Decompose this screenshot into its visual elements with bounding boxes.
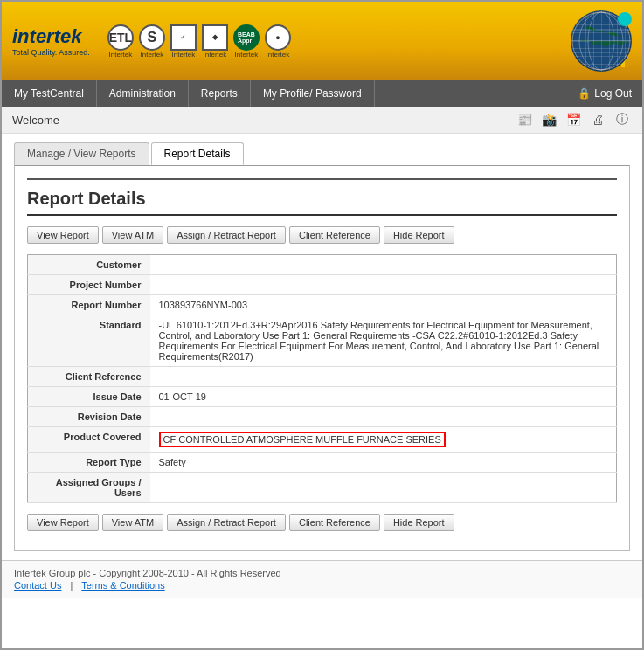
issue-date-label: Issue Date — [28, 387, 150, 407]
cert-logos: ETL Intertek S Intertek ✓ Intertek ◆ Int… — [107, 24, 291, 59]
logo-sub: Total Quality. Assured. — [12, 48, 90, 57]
footer-links: Contact Us | Terms & Conditions — [14, 580, 630, 591]
assign-retract-top-button[interactable]: Assign / Retract Report — [167, 226, 286, 244]
table-row: Revision Date — [28, 407, 617, 427]
report-type-value: Safety — [150, 453, 617, 473]
cert-label-1: Intertek — [141, 51, 164, 59]
bottom-button-row: View Report View ATM Assign / Retract Re… — [27, 514, 617, 531]
tab-bar: Manage / View Reports Report Details — [14, 142, 630, 165]
assigned-groups-value — [150, 473, 617, 503]
table-row: Customer — [28, 255, 617, 275]
welcome-bar: Welcome 📰 📸 📅 🖨 ⓘ — [2, 107, 642, 134]
assign-retract-bottom-button[interactable]: Assign / Retract Report — [167, 514, 286, 531]
product-highlight: CF CONTROLLED ATMOSPHERE MUFFLE FURNACE … — [159, 432, 446, 447]
print-icon[interactable]: 🖨 — [588, 110, 607, 129]
view-report-bottom-button[interactable]: View Report — [27, 514, 99, 531]
nav-item-my-testcentral[interactable]: My TestCentral — [2, 80, 97, 107]
content-area: Report Details View Report View ATM Assi… — [14, 165, 630, 551]
lock-icon: 🔒 — [578, 87, 591, 100]
svg-point-2 — [579, 12, 623, 70]
rss-icon[interactable]: 📰 — [515, 110, 534, 129]
project-number-label: Project Number — [28, 275, 150, 295]
table-row: Product Covered CF CONTROLLED ATMOSPHERE… — [28, 427, 617, 453]
table-row: Client Reference — [28, 367, 617, 387]
customer-value — [150, 255, 617, 275]
cert-label-3: Intertek — [204, 51, 227, 59]
hide-report-bottom-button[interactable]: Hide Report — [384, 514, 454, 531]
details-table: Customer Project Number Report Number 10… — [27, 254, 617, 503]
nav-bar: My TestCentral Administration Reports My… — [2, 80, 642, 107]
cert-label-4: Intertek — [235, 51, 259, 59]
table-row: Standard -UL 61010-1:2012Ed.3+R:29Apr201… — [28, 315, 617, 367]
cert-label-2: Intertek — [172, 51, 196, 59]
footer-terms-link[interactable]: Terms & Conditions — [81, 580, 164, 591]
report-number-label: Report Number — [28, 295, 150, 315]
view-atm-top-button[interactable]: View ATM — [102, 226, 164, 244]
welcome-text: Welcome — [12, 114, 59, 127]
main-content: Manage / View Reports Report Details Rep… — [2, 134, 642, 560]
client-reference-value — [150, 367, 617, 387]
logo-text: intertek — [12, 25, 90, 48]
logout-button[interactable]: 🔒 Log Out — [567, 80, 642, 107]
view-report-top-button[interactable]: View Report — [27, 226, 99, 244]
revision-date-value — [150, 407, 617, 427]
table-row: Project Number — [28, 275, 617, 295]
project-number-value — [150, 275, 617, 295]
cert-label-5: Intertek — [267, 51, 290, 59]
top-button-row: View Report View ATM Assign / Retract Re… — [27, 226, 617, 244]
footer-contact-link[interactable]: Contact Us — [14, 580, 61, 591]
product-covered-value: CF CONTROLLED ATMOSPHERE MUFFLE FURNACE … — [150, 427, 617, 453]
table-row: Report Number 103893766NYM-003 — [28, 295, 617, 315]
assigned-groups-label: Assigned Groups / Users — [28, 473, 150, 503]
tab-report-details[interactable]: Report Details — [151, 142, 244, 165]
nav-item-reports[interactable]: Reports — [189, 80, 251, 107]
client-ref-top-button[interactable]: Client Reference — [289, 226, 380, 244]
table-row: Assigned Groups / Users — [28, 473, 617, 503]
monitor-icon[interactable]: 📅 — [564, 110, 583, 129]
standard-label: Standard — [28, 315, 150, 367]
divider-top — [27, 178, 617, 180]
client-ref-bottom-button[interactable]: Client Reference — [289, 514, 380, 531]
tab-manage-view-reports[interactable]: Manage / View Reports — [14, 142, 149, 165]
standard-value: -UL 61010-1:2012Ed.3+R:29Apr2016 Safety … — [150, 315, 617, 367]
revision-date-label: Revision Date — [28, 407, 150, 427]
svg-point-1 — [588, 12, 614, 70]
nav-item-administration[interactable]: Administration — [97, 80, 189, 107]
client-reference-label: Client Reference — [28, 367, 150, 387]
header: intertek Total Quality. Assured. ETL Int… — [2, 2, 642, 80]
hide-report-top-button[interactable]: Hide Report — [384, 226, 454, 244]
page-footer: Intertek Group plc - Copyright 2008-2010… — [2, 560, 642, 598]
table-row: Report Type Safety — [28, 453, 617, 473]
view-atm-bottom-button[interactable]: View ATM — [102, 514, 164, 531]
issue-date-value: 01-OCT-19 — [150, 387, 617, 407]
teal-dot — [618, 12, 632, 26]
page-title: Report Details — [27, 189, 617, 216]
footer-copyright: Intertek Group plc - Copyright 2008-2010… — [14, 568, 630, 578]
nav-item-my-profile[interactable]: My Profile/ Password — [251, 80, 375, 107]
product-covered-label: Product Covered — [28, 427, 150, 453]
customer-label: Customer — [28, 255, 150, 275]
table-row: Issue Date 01-OCT-19 — [28, 387, 617, 407]
camera-icon[interactable]: 📸 — [539, 110, 558, 129]
icon-bar: 📰 📸 📅 🖨 ⓘ — [515, 110, 632, 129]
help-icon[interactable]: ⓘ — [613, 110, 632, 129]
cert-label-0: Intertek — [109, 51, 133, 59]
report-type-label: Report Type — [28, 453, 150, 473]
report-number-value: 103893766NYM-003 — [150, 295, 617, 315]
footer-separator: | — [70, 580, 73, 591]
